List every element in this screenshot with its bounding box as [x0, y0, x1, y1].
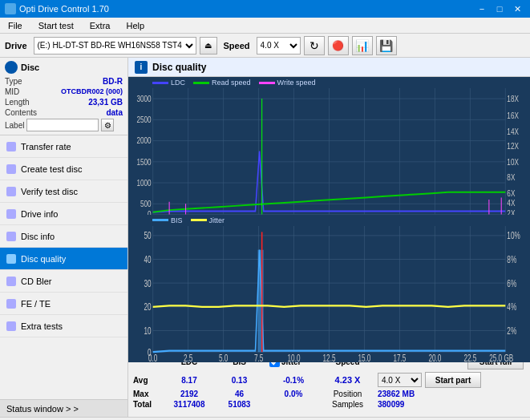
svg-text:15.0: 15.0: [358, 353, 371, 362]
svg-text:12.5: 12.5: [323, 353, 336, 362]
sidebar-item-transfer-rate[interactable]: Transfer rate: [0, 135, 127, 158]
disc-info-label: Disc info: [21, 232, 55, 241]
svg-text:50: 50: [144, 230, 152, 240]
samples-label: Samples: [326, 400, 370, 409]
svg-text:1500: 1500: [136, 157, 151, 167]
bis-legend-label: BIS: [171, 216, 183, 224]
burn-button[interactable]: 🔴: [328, 36, 349, 55]
drive-info-label: Drive info: [21, 209, 58, 219]
svg-text:10%: 10%: [507, 230, 520, 240]
refresh-button[interactable]: ↻: [304, 36, 325, 55]
jitter-legend-color: [191, 219, 207, 221]
drivebar: Drive (E:) HL-DT-ST BD-RE WH16NS58 TST4 …: [0, 34, 530, 58]
svg-text:5.0: 5.0: [219, 353, 229, 362]
svg-text:4X: 4X: [507, 198, 516, 208]
label-input[interactable]: [26, 119, 99, 131]
svg-text:25.0 GB: 25.0 GB: [489, 353, 513, 362]
transfer-rate-icon: [6, 142, 16, 151]
svg-text:18X: 18X: [507, 94, 519, 103]
ldc-legend-item: LDC: [152, 79, 185, 87]
disc-section-title: Disc: [21, 63, 39, 72]
sidebar: Disc Type BD-R MID OTCBDR002 (000) Lengt…: [0, 58, 128, 417]
svg-text:6X: 6X: [507, 188, 516, 198]
main-area: Disc Type BD-R MID OTCBDR002 (000) Lengt…: [0, 58, 530, 417]
max-bis-value: 46: [217, 390, 261, 398]
svg-text:22.5: 22.5: [463, 353, 476, 362]
disc-quality-title: Disc quality: [152, 62, 206, 73]
drive-info-icon: [6, 209, 16, 219]
svg-text:3000: 3000: [136, 94, 151, 103]
drive-select[interactable]: (E:) HL-DT-ST BD-RE WH16NS58 TST4: [34, 37, 196, 55]
svg-text:500: 500: [140, 199, 152, 208]
jitter-legend-label: Jitter: [209, 216, 225, 224]
start-part-button[interactable]: Start part: [425, 372, 481, 388]
disc-length-row: Length 23,31 GB: [5, 98, 123, 107]
stats-avg-row: Avg 8.17 0.13 -0.1% 4.23 X 4.0 X Start p…: [128, 371, 530, 389]
top-chart-svg: 3000 2500 2000 1500 1000 500 0 18X 16X 1…: [128, 88, 530, 225]
svg-text:16X: 16X: [507, 111, 519, 120]
titlebar: Opti Drive Control 1.70 − □ ✕: [0, 0, 530, 18]
speed-select-stats[interactable]: 4.0 X: [378, 373, 422, 387]
disc-details: Type BD-R MID OTCBDR002 (000) Length 23,…: [5, 77, 123, 131]
sidebar-item-cd-bler[interactable]: CD Bler: [0, 270, 127, 293]
speed-select[interactable]: 4.0 X: [257, 37, 301, 55]
disc-header-icon: [5, 61, 18, 74]
mid-label: MID: [5, 87, 19, 96]
sidebar-item-disc-info[interactable]: Disc info: [0, 225, 127, 248]
svg-text:20.0: 20.0: [428, 353, 441, 362]
minimize-button[interactable]: −: [474, 2, 490, 15]
save-button[interactable]: 💾: [376, 36, 397, 55]
disc-type-row: Type BD-R: [5, 77, 123, 86]
chart-bis-jitter: BIS Jitter: [128, 215, 530, 352]
stats-total-row: Total 3117408 51083 Samples 380099: [128, 399, 530, 410]
disc-info-section: Disc Type BD-R MID OTCBDR002 (000) Lengt…: [0, 58, 127, 135]
sidebar-item-fe-te[interactable]: FE / TE: [0, 293, 127, 315]
label-btn[interactable]: ⚙: [101, 119, 114, 131]
transfer-rate-label: Transfer rate: [21, 142, 71, 151]
sidebar-item-create-test-disc[interactable]: Create test disc: [0, 158, 127, 180]
fe-te-icon: [6, 299, 16, 309]
status-window-button[interactable]: Status window > >: [0, 399, 127, 417]
speed-label: Speed: [224, 41, 250, 50]
svg-text:20: 20: [144, 301, 152, 312]
titlebar-title-area: Opti Drive Control 1.70: [5, 3, 109, 14]
top-legend: LDC Read speed Write speed: [128, 77, 530, 88]
disc-label-row: Label ⚙: [5, 119, 123, 131]
stats-max-row: Max 2192 46 0.0% Position 23862 MB: [128, 389, 530, 399]
sidebar-item-drive-info[interactable]: Drive info: [0, 203, 127, 225]
maximize-button[interactable]: □: [492, 2, 508, 15]
max-label: Max: [133, 390, 161, 398]
total-bis-value: 51083: [217, 400, 261, 409]
jitter-legend-item: Jitter: [191, 216, 225, 224]
bis-legend-item: BIS: [152, 216, 183, 224]
svg-text:0.0: 0.0: [148, 353, 158, 362]
label-key: Label: [5, 121, 24, 130]
graph-button[interactable]: 📊: [352, 36, 373, 55]
ldc-legend-label: LDC: [171, 79, 185, 87]
sidebar-item-extra-tests[interactable]: Extra tests: [0, 315, 127, 337]
menu-help[interactable]: Help: [121, 19, 149, 32]
mid-value: OTCBDR002 (000): [61, 87, 123, 96]
disc-contents-row: Contents data: [5, 108, 123, 117]
menu-extra[interactable]: Extra: [85, 19, 115, 32]
eject-button[interactable]: ⏏: [200, 37, 217, 55]
sidebar-item-disc-quality[interactable]: Disc quality: [0, 248, 127, 270]
svg-text:2.5: 2.5: [184, 353, 193, 362]
close-button[interactable]: ✕: [509, 2, 525, 15]
sidebar-item-verify-test-disc[interactable]: Verify test disc: [0, 180, 127, 203]
create-test-disc-icon: [6, 164, 16, 174]
disc-quality-header: i Disc quality: [128, 58, 530, 77]
bis-legend-color: [152, 219, 168, 221]
read-speed-legend-color: [193, 82, 209, 84]
write-speed-legend-item: Write speed: [259, 79, 316, 87]
svg-text:40: 40: [144, 254, 152, 265]
disc-quality-label: Disc quality: [21, 254, 66, 264]
bottom-bar: Test completed 100.0% 31:22: [0, 417, 530, 420]
avg-bis-value: 0.13: [217, 376, 261, 385]
samples-value: 380099: [378, 400, 434, 409]
create-test-disc-label: Create test disc: [21, 164, 82, 174]
svg-text:1000: 1000: [136, 178, 151, 188]
svg-text:8%: 8%: [507, 254, 516, 265]
menu-file[interactable]: File: [3, 19, 27, 32]
menu-start-test[interactable]: Start test: [34, 19, 79, 32]
